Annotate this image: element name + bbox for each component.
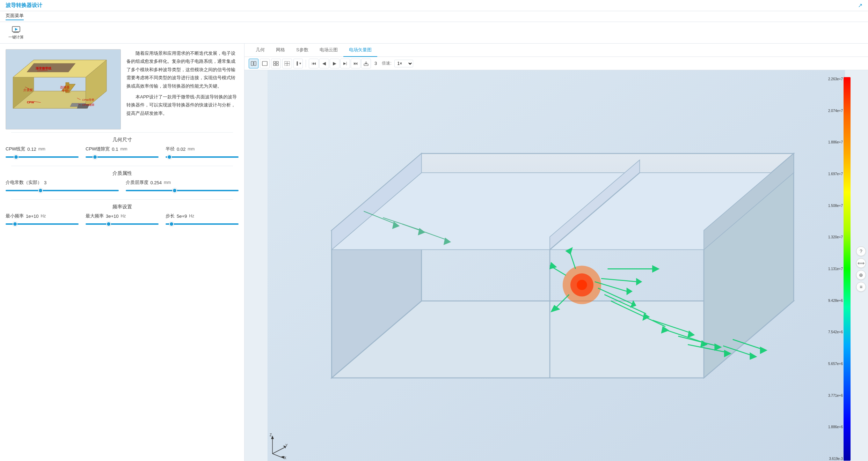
thickness-param: 介质层厚度 0.254 mm [126, 179, 239, 192]
dielectric-slider[interactable] [6, 190, 119, 191]
min-freq-param: 最小频率 1e+10 Hz [6, 213, 79, 226]
colorbar-label-5: 1.320e+7 [828, 235, 843, 239]
cpw-linewidth-slider[interactable] [6, 156, 79, 158]
min-freq-label: 最小频率 [6, 213, 24, 219]
colorbar-label-2: 1.886e+7 [828, 140, 843, 144]
svg-rect-29 [273, 61, 276, 63]
description-para1: 随着应用场景和应用需求的不断迭代发展，电子设备的组成愈发多样化。复杂的电子电路系… [126, 49, 239, 90]
axis-indicator: Z Y X [262, 433, 290, 461]
colorbar-label-12: 3.619e-3 [829, 457, 843, 461]
svg-point-37 [297, 63, 298, 64]
min-freq-slider[interactable] [6, 223, 79, 225]
thickness-label: 介质层厚度 [126, 179, 148, 186]
frequency-title: 频率设置 [11, 199, 233, 213]
frequency-section: 频率设置 最小频率 1e+10 Hz 最大频率 [0, 199, 244, 233]
thickness-slider[interactable] [126, 190, 239, 191]
medium-title: 介质属性 [11, 166, 233, 179]
radius-unit: mm [188, 147, 195, 151]
step-unit: Hz [189, 214, 194, 218]
view-mode-2-button[interactable] [260, 59, 270, 68]
svg-text:X: X [284, 456, 286, 460]
cpw-gap-value: 0.1 [112, 147, 118, 152]
help-button[interactable]: ? [856, 246, 866, 256]
svg-line-94 [272, 447, 285, 454]
cpw-gap-slider[interactable] [86, 156, 159, 158]
svg-point-36 [297, 61, 298, 63]
max-freq-unit: Hz [121, 214, 126, 218]
playback-play-button[interactable]: ▶ [330, 59, 340, 68]
svg-rect-28 [262, 61, 267, 66]
playback-end-button[interactable]: ⏭ [351, 59, 360, 68]
playback-start-button[interactable]: ⏮ [309, 59, 319, 68]
frequency-row-1: 最小频率 1e+10 Hz 最大频率 3e+10 Hz [6, 213, 239, 226]
right-float-buttons: ? ⟺ ⊕ ≡ [856, 246, 866, 292]
cpw-linewidth-param: CPW线宽 0.12 mm [6, 146, 79, 159]
svg-text:Y: Y [285, 444, 288, 447]
tab-mesh[interactable]: 网格 [270, 44, 291, 57]
colorbar [844, 77, 851, 461]
view-mode-grid-button[interactable] [271, 59, 281, 68]
svg-text:渐变微带线: 渐变微带线 [36, 66, 51, 70]
dielectric-label: 介电常数（实部） [6, 179, 42, 186]
svg-text:CPW缝隙: CPW缝隙 [82, 103, 94, 106]
view-mode-1-button[interactable] [249, 59, 258, 68]
min-freq-value: 1e+10 [26, 214, 39, 219]
colorbar-label-3: 1.697e+7 [828, 172, 843, 176]
tab-sparams[interactable]: S参数 [291, 44, 314, 57]
radius-slider[interactable] [166, 156, 239, 158]
run-button[interactable]: 一键计算 [6, 24, 27, 41]
cpw-gap-param: CPW缝隙宽 0.1 mm [86, 146, 159, 159]
view-options-button[interactable]: ▾ [293, 59, 303, 68]
tab-efield-vector[interactable]: 电场矢量图 [343, 44, 377, 57]
selection-button[interactable] [282, 59, 292, 68]
svg-text:CPW: CPW [27, 101, 34, 104]
playback-export-button[interactable] [361, 59, 371, 68]
max-freq-param: 最大频率 3e+10 Hz [86, 213, 159, 226]
tab-efield-contour[interactable]: 电场云图 [314, 44, 343, 57]
page-menu-label[interactable]: 页面菜单 [6, 13, 24, 20]
playback-next-button[interactable]: ▶| [340, 59, 350, 68]
colorbar-label-6: 1.131e+7 [828, 267, 843, 271]
svg-rect-31 [273, 64, 276, 66]
max-freq-slider-container [86, 221, 159, 226]
max-freq-slider[interactable] [86, 223, 159, 225]
colorbar-labels: 2.263e+7 2.074e+7 1.886e+7 1.697e+7 1.50… [828, 77, 843, 461]
dielectric-param: 介电常数（实部） 3 [6, 179, 119, 192]
app-title: 波导转换器设计 [6, 2, 42, 9]
cpw-linewidth-label: CPW线宽 [6, 146, 25, 152]
cpw-linewidth-slider-container [6, 154, 79, 159]
speed-select[interactable]: 1× 2× 0.5× [394, 60, 413, 67]
viewer-canvas: 2.263e+7 2.074e+7 1.886e+7 1.697e+7 1.50… [245, 70, 868, 461]
colorbar-label-0: 2.263e+7 [828, 77, 843, 81]
cpw-gap-label: CPW缝隙宽 [86, 146, 110, 152]
svg-text:半径: 半径 [62, 89, 68, 92]
export-icon[interactable]: ↗ [858, 2, 862, 9]
medium-row-1: 介电常数（实部） 3 介质层厚度 0.254 mm [6, 179, 239, 192]
max-freq-label: 最大频率 [86, 213, 104, 219]
svg-text:连接器: 连接器 [60, 85, 70, 89]
dielectric-value: 3 [44, 180, 46, 185]
viewer-tabs: 几何 网格 S参数 电场云图 电场矢量图 [245, 44, 868, 57]
svg-text:CPW导带: CPW导带 [82, 98, 94, 102]
svg-point-38 [297, 64, 298, 66]
zoom-button[interactable]: ⊕ [856, 270, 866, 280]
left-panel: 渐变微带线 介质层 连接器 半径 CPW CPW导带 CPW缝隙 [0, 44, 245, 461]
main-content: 渐变微带线 介质层 连接器 半径 CPW CPW导带 CPW缝隙 [0, 44, 868, 461]
playback-prev-button[interactable]: ◀ [319, 59, 329, 68]
frame-number: 3 [372, 61, 379, 66]
device-diagram: 渐变微带线 介质层 连接器 半径 CPW CPW导带 CPW缝隙 [6, 49, 121, 129]
cpw-gap-slider-container [86, 154, 159, 159]
svg-marker-1 [15, 28, 18, 31]
more-options-button[interactable]: ≡ [856, 282, 866, 292]
step-slider[interactable] [166, 223, 239, 225]
min-freq-unit: Hz [41, 214, 46, 218]
cpw-gap-unit: mm [120, 147, 127, 151]
svg-line-97 [272, 454, 283, 458]
fit-view-button[interactable]: ⟺ [856, 258, 866, 268]
dielectric-slider-container [6, 187, 119, 192]
colorbar-label-10: 3.771e+6 [828, 394, 843, 397]
geometry-section: 几何尺寸 CPW线宽 0.12 mm CPW缝隙宽 [0, 132, 244, 166]
speed-label: 倍速: [380, 60, 393, 66]
thickness-slider-container [126, 187, 239, 192]
tab-geometry[interactable]: 几何 [250, 44, 270, 57]
